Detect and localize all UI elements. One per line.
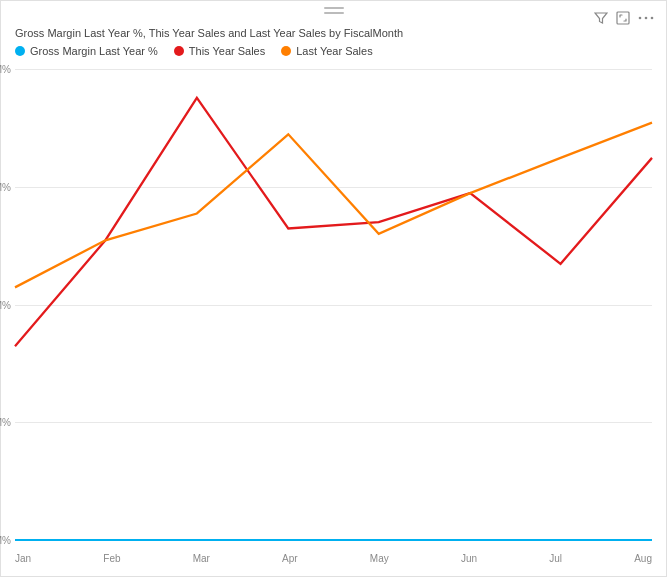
y-label-100m: 100M% bbox=[0, 417, 15, 428]
drag-handle[interactable] bbox=[324, 7, 344, 14]
legend-dot-last-year bbox=[281, 46, 291, 56]
x-axis-labels: Jan Feb Mar Apr May Jun Jul Aug bbox=[15, 553, 652, 564]
chart-svg bbox=[15, 69, 652, 540]
more-options-icon[interactable] bbox=[638, 11, 654, 28]
x-label-jan: Jan bbox=[15, 553, 31, 564]
legend-item-last-year: Last Year Sales bbox=[281, 45, 372, 57]
x-label-feb: Feb bbox=[103, 553, 120, 564]
svg-point-2 bbox=[645, 17, 648, 20]
x-label-jul: Jul bbox=[549, 553, 562, 564]
filter-icon[interactable] bbox=[594, 11, 608, 28]
x-label-mar: Mar bbox=[193, 553, 210, 564]
legend-dot-this-year bbox=[174, 46, 184, 56]
chart-title: Gross Margin Last Year %, This Year Sale… bbox=[15, 27, 403, 39]
x-label-may: May bbox=[370, 553, 389, 564]
svg-rect-0 bbox=[617, 12, 629, 24]
legend-item-gross-margin: Gross Margin Last Year % bbox=[15, 45, 158, 57]
legend-label-last-year: Last Year Sales bbox=[296, 45, 372, 57]
legend-dot-gross-margin bbox=[15, 46, 25, 56]
toolbar bbox=[594, 11, 654, 28]
y-label-200m: 200M% bbox=[0, 299, 15, 310]
svg-point-3 bbox=[651, 17, 654, 20]
top-bar bbox=[1, 7, 666, 14]
legend: Gross Margin Last Year % This Year Sales… bbox=[15, 45, 373, 57]
chart-area: 400M% 300M% 200M% 100M% 0M% Jan Feb Mar … bbox=[15, 69, 652, 540]
y-label-400m: 400M% bbox=[0, 64, 15, 75]
y-label-0m: 0M% bbox=[0, 535, 15, 546]
x-label-aug: Aug bbox=[634, 553, 652, 564]
y-label-300m: 300M% bbox=[0, 181, 15, 192]
legend-label-gross-margin: Gross Margin Last Year % bbox=[30, 45, 158, 57]
legend-item-this-year: This Year Sales bbox=[174, 45, 265, 57]
x-label-apr: Apr bbox=[282, 553, 298, 564]
x-label-jun: Jun bbox=[461, 553, 477, 564]
this-year-line bbox=[15, 98, 652, 346]
expand-icon[interactable] bbox=[616, 11, 630, 28]
legend-label-this-year: This Year Sales bbox=[189, 45, 265, 57]
last-year-line bbox=[15, 123, 652, 288]
chart-container: Gross Margin Last Year %, This Year Sale… bbox=[0, 0, 667, 577]
svg-point-1 bbox=[639, 17, 642, 20]
